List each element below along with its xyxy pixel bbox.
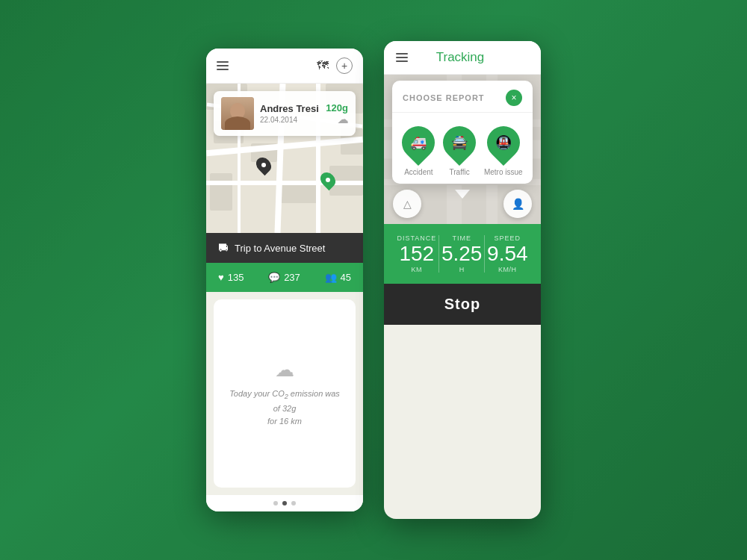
location-pin-green	[321, 172, 335, 188]
hamburger-line	[217, 69, 229, 70]
tracking-stats: DISTANCE 152 KM TIME 5.25 H SPEED 9.54 K…	[384, 224, 541, 284]
heart-icon: ♥	[218, 272, 224, 283]
distance-stat: DISTANCE 152 KM	[397, 234, 436, 273]
map-controls: △ 👤	[384, 190, 541, 218]
avatar	[221, 97, 254, 130]
speed-stat: SPEED 9.54 KM/H	[487, 234, 528, 273]
people-icon: 👥	[325, 272, 337, 283]
user-card: Andres Tresi 22.04.2014 120g ☁	[214, 91, 356, 136]
traffic-pin: 🚔	[443, 123, 476, 162]
report-modal-wrapper: CHOOSE REPORT × 🚑	[386, 75, 539, 199]
avatar-face	[221, 97, 254, 130]
hamburger-line	[217, 65, 229, 66]
modal-header: CHOOSE REPORT ×	[392, 81, 533, 113]
speed-label: SPEED	[495, 234, 521, 242]
modal-title: CHOOSE REPORT	[403, 93, 485, 102]
heart-count: 135	[228, 272, 244, 283]
hamburger-line	[396, 57, 408, 58]
time-stat: TIME 5.25 H	[441, 234, 483, 273]
phone2-header: Tracking	[384, 41, 541, 75]
co2-cloud-icon: ☁	[275, 358, 294, 382]
user-info: Andres Tresi 22.04.2014	[260, 103, 320, 124]
accident-pin: 🚑	[402, 123, 435, 162]
report-traffic[interactable]: 🚔 Traffic	[443, 123, 476, 176]
phone1: 🗺 +	[206, 49, 363, 511]
hamburger-line	[396, 60, 408, 62]
cloud-icon: ☁	[338, 113, 348, 125]
modal-items: 🚑 Accident 🚔	[392, 113, 533, 184]
dot-1	[273, 501, 278, 505]
metro-icon: 🚇	[495, 134, 512, 151]
people-stat: 👥 45	[325, 272, 351, 283]
modal-close-button[interactable]: ×	[506, 90, 522, 106]
metro-pin: 🚇	[487, 123, 520, 162]
tracking-title: Tracking	[408, 50, 512, 65]
accident-label: Accident	[404, 168, 433, 176]
traffic-pin-shape: 🚔	[436, 119, 483, 166]
user-date: 22.04.2014	[260, 116, 320, 124]
hamburger-line	[396, 53, 408, 55]
distance-label: DISTANCE	[397, 234, 436, 242]
page-dots	[206, 495, 363, 511]
trip-label: Trip to Avenue Street	[235, 243, 325, 254]
map-area: Andres Tresi 22.04.2014 120g ☁	[206, 84, 363, 233]
report-accident[interactable]: 🚑 Accident	[402, 123, 435, 176]
stat-divider2	[484, 235, 485, 273]
chat-count: 237	[284, 272, 300, 283]
co2-card: ☁ Today your CO2 emission was of 32gfor …	[214, 299, 356, 488]
profile-icon: 👤	[512, 198, 524, 210]
phone2-map: CHOOSE REPORT × 🚑	[384, 75, 541, 224]
dot-3	[291, 501, 296, 505]
accident-icon: 🚑	[410, 134, 427, 151]
trip-bar: ⛟ Trip to Avenue Street	[206, 233, 363, 263]
traffic-label: Traffic	[450, 168, 470, 176]
chat-icon: 💬	[268, 272, 280, 283]
alert-icon: △	[403, 198, 412, 210]
time-label: TIME	[452, 234, 471, 242]
chat-stat: 💬 237	[268, 272, 300, 283]
traffic-icon: 🚔	[451, 134, 468, 151]
co2-text: Today your CO2 emission was of 32gfor 16…	[226, 388, 344, 429]
report-modal: CHOOSE REPORT × 🚑	[392, 81, 533, 184]
metro-label: Metro issue	[484, 168, 523, 176]
phone2-menu-button[interactable]	[396, 53, 408, 62]
distance-unit: KM	[412, 266, 423, 273]
report-metro[interactable]: 🚇 Metro issue	[484, 123, 523, 176]
hamburger-line	[217, 61, 229, 63]
stop-button[interactable]: Stop	[384, 284, 541, 325]
time-value: 5.25	[441, 243, 483, 264]
accident-pin-shape: 🚑	[395, 119, 441, 166]
profile-button[interactable]: 👤	[503, 190, 532, 218]
distance-value: 152	[399, 243, 434, 264]
emission-value: 120g	[326, 102, 348, 113]
trip-icon: ⛟	[218, 242, 229, 254]
time-unit: H	[459, 266, 465, 273]
add-button[interactable]: +	[336, 57, 353, 74]
metro-pin-shape: 🚇	[480, 119, 527, 166]
dot-2	[282, 501, 287, 505]
people-count: 45	[341, 272, 351, 283]
menu-button[interactable]	[217, 61, 229, 70]
user-name: Andres Tresi	[260, 103, 320, 114]
phone2: Tracking CHOOSE REPORT	[384, 41, 541, 519]
stat-divider	[438, 235, 439, 273]
speed-unit: KM/H	[498, 266, 517, 273]
phone1-header: 🗺 +	[206, 49, 363, 84]
stop-label: Stop	[444, 296, 480, 313]
map-icon[interactable]: 🗺	[317, 59, 329, 72]
location-pin-black	[257, 157, 270, 173]
stats-bar: ♥ 135 💬 237 👥 45	[206, 263, 363, 292]
emission-badge: 120g ☁	[326, 102, 348, 125]
speed-value: 9.54	[487, 243, 528, 264]
heart-stat: ♥ 135	[218, 272, 244, 283]
phones-container: 🗺 +	[206, 41, 541, 519]
alert-button[interactable]: △	[393, 190, 421, 218]
